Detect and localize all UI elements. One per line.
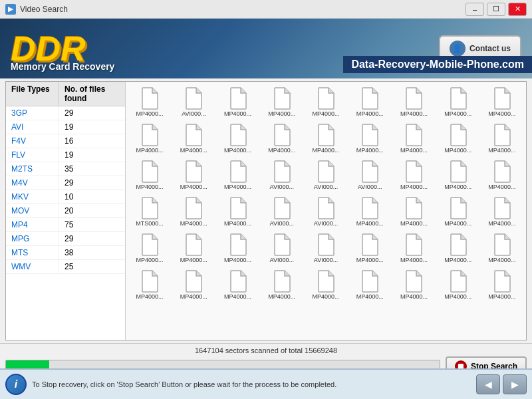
file-item[interactable]: AVI000... <box>305 158 347 193</box>
file-item[interactable]: MP4000... <box>348 84 391 120</box>
file-item[interactable]: MP4000... <box>172 194 215 229</box>
next-button[interactable]: ▶ <box>503 374 527 394</box>
file-icon <box>493 197 511 219</box>
file-item[interactable]: MP4000... <box>437 158 479 193</box>
file-type-row[interactable]: MPG29 <box>6 232 125 246</box>
file-type-count: 75 <box>59 218 78 231</box>
file-item[interactable]: MP4000... <box>481 267 523 303</box>
file-item[interactable]: MP4000... <box>216 194 259 229</box>
file-item[interactable]: MP4000... <box>481 194 523 229</box>
file-label: MP4000... <box>350 147 390 154</box>
file-item[interactable]: MP4000... <box>128 267 171 303</box>
file-item[interactable]: MP4000... <box>392 267 435 303</box>
file-label: MP4000... <box>306 147 346 154</box>
file-type-count: 19 <box>59 148 78 162</box>
file-type-row[interactable]: 3GP29 <box>6 106 125 120</box>
maximize-button[interactable]: ☐ <box>487 3 505 16</box>
file-label: MP4000... <box>482 110 522 117</box>
file-item[interactable]: MP4000... <box>216 158 259 193</box>
file-type-row[interactable]: WMV25 <box>6 260 125 274</box>
file-icon <box>229 160 247 183</box>
file-item[interactable]: MP4000... <box>481 121 523 156</box>
file-item[interactable]: MP4000... <box>437 84 479 120</box>
file-item[interactable]: MP4000... <box>216 84 259 120</box>
file-item[interactable]: MP4000... <box>305 121 347 156</box>
file-item[interactable]: MP4000... <box>392 194 435 229</box>
file-icon <box>273 160 291 183</box>
file-icon <box>317 160 335 183</box>
file-item[interactable]: AVI000... <box>261 194 303 229</box>
file-item[interactable]: MP4000... <box>392 158 435 193</box>
file-icon <box>449 233 467 256</box>
file-type-row[interactable]: F4V16 <box>6 134 125 148</box>
file-item[interactable]: MP4000... <box>216 267 259 303</box>
status-message: To Stop recovery, click on 'Stop Search'… <box>32 380 471 388</box>
file-item[interactable]: AVI000... <box>305 194 347 229</box>
file-type-row[interactable]: M4V29 <box>6 176 125 190</box>
file-item[interactable]: MP4000... <box>437 267 479 303</box>
file-item[interactable]: MP4000... <box>216 121 259 156</box>
file-item[interactable]: MP4000... <box>172 231 215 266</box>
file-item[interactable]: MP4000... <box>261 267 303 303</box>
file-item[interactable]: MP4000... <box>348 121 391 156</box>
file-item[interactable]: AVI000... <box>172 84 215 120</box>
file-item[interactable]: MP4000... <box>305 84 347 120</box>
file-type-row[interactable]: M2TS35 <box>6 162 125 176</box>
file-type-row[interactable]: FLV19 <box>6 148 125 162</box>
file-icon <box>493 124 511 146</box>
file-type-row[interactable]: MTS38 <box>6 246 125 260</box>
minimize-button[interactable]: – <box>466 3 484 16</box>
file-item[interactable]: MP4000... <box>348 267 391 303</box>
file-item[interactable]: MP4000... <box>128 158 171 193</box>
file-label: AVI000... <box>262 184 302 190</box>
file-icon <box>229 87 247 110</box>
file-item[interactable]: MTS000... <box>128 194 171 229</box>
file-item[interactable]: MP4000... <box>392 121 435 156</box>
file-grid: MP4000... AVI000... MP4000... MP4000... <box>126 82 526 340</box>
file-type-row[interactable]: MOV20 <box>6 204 125 218</box>
file-label: MP4000... <box>217 293 257 300</box>
file-item[interactable]: MP4000... <box>261 121 303 156</box>
contact-avatar-icon: 👤 <box>450 41 466 57</box>
file-item[interactable]: MP4000... <box>392 84 435 120</box>
file-item[interactable]: MP4000... <box>437 231 479 266</box>
file-item[interactable]: AVI000... <box>305 231 347 266</box>
file-type-row[interactable]: AVI19 <box>6 120 125 134</box>
back-button[interactable]: ◀ <box>476 374 500 394</box>
file-item[interactable]: MP4000... <box>261 84 303 120</box>
file-label: MP4000... <box>438 220 478 227</box>
file-item[interactable]: MP4000... <box>172 121 215 156</box>
file-item[interactable]: MP4000... <box>481 231 523 266</box>
file-item[interactable]: MP4000... <box>172 267 215 303</box>
file-item[interactable]: MP4000... <box>128 121 171 156</box>
file-icon <box>184 160 203 183</box>
file-icon <box>360 233 379 256</box>
file-label: MP4000... <box>438 147 478 154</box>
file-item[interactable]: MP4000... <box>305 267 347 303</box>
file-item[interactable]: AVI000... <box>348 158 391 193</box>
file-item[interactable]: MP4000... <box>128 84 171 120</box>
file-type-row[interactable]: MP475 <box>6 218 125 232</box>
file-item[interactable]: MP4000... <box>348 231 391 266</box>
file-icon <box>140 160 159 183</box>
file-item[interactable]: MP4000... <box>216 231 259 266</box>
file-item[interactable]: MP4000... <box>348 194 391 229</box>
file-item[interactable]: MP4000... <box>392 231 435 266</box>
file-item[interactable]: MP4000... <box>437 194 479 229</box>
file-item[interactable]: AVI000... <box>261 158 303 193</box>
close-button[interactable]: ✕ <box>508 3 527 16</box>
file-icon <box>273 87 291 110</box>
file-icon <box>184 233 203 256</box>
file-types-panel: File Types No. of files found 3GP29AVI19… <box>6 82 126 340</box>
file-type-row[interactable]: MKV10 <box>6 190 125 204</box>
file-type-name: MOV <box>6 204 59 217</box>
file-item[interactable]: MP4000... <box>437 121 479 156</box>
file-label: MP4000... <box>217 184 257 190</box>
file-item[interactable]: MP4000... <box>481 84 523 120</box>
file-item[interactable]: MP4000... <box>172 158 215 193</box>
file-item[interactable]: MP4000... <box>128 231 171 266</box>
file-item[interactable]: MP4000... <box>481 158 523 193</box>
file-label: MP4000... <box>482 184 522 190</box>
file-label: MP4000... <box>130 147 170 154</box>
file-item[interactable]: AVI000... <box>261 231 303 266</box>
